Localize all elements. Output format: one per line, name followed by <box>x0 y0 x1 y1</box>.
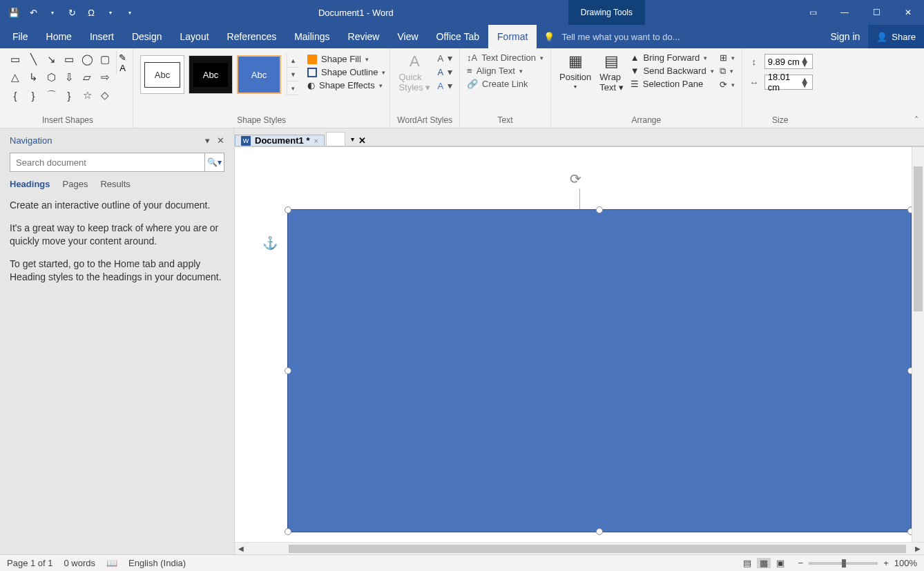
shape-brace-right-icon[interactable]: } <box>25 87 41 104</box>
group-button[interactable]: ⧉ <box>720 66 735 77</box>
bring-forward-button[interactable]: ▲Bring Forward <box>631 52 714 63</box>
spellcheck-icon[interactable]: 📖 <box>106 558 117 568</box>
ribbon-display-icon[interactable]: ▭ <box>797 0 829 25</box>
shape-block-icon[interactable]: ▱ <box>79 69 95 86</box>
nav-close-icon[interactable]: ✕ <box>217 135 224 146</box>
tab-mailings[interactable]: Mailings <box>285 25 338 48</box>
style-thumb-white[interactable]: Abc <box>140 55 184 94</box>
vertical-scrollbar[interactable] <box>912 147 924 542</box>
text-effects-button[interactable]: A▾ <box>437 80 452 91</box>
document-tab[interactable]: W Document1 * × <box>235 135 325 146</box>
shape-downarrow-icon[interactable]: ⇩ <box>61 69 77 86</box>
maximize-icon[interactable]: ☐ <box>860 0 892 25</box>
width-input[interactable]: 18.01 cm▲▼ <box>764 75 813 90</box>
tab-references[interactable]: References <box>218 25 286 48</box>
page-viewport[interactable]: ⟳ ⚓ <box>235 146 924 542</box>
resize-handle-nw[interactable] <box>285 206 291 213</box>
height-input[interactable]: 9.89 cm▲▼ <box>764 54 813 69</box>
shape-roundrect-icon[interactable]: ▢ <box>97 51 113 68</box>
wrap-text-button[interactable]: ▤WrapText ▾ <box>595 51 627 94</box>
status-words[interactable]: 0 words <box>64 558 96 568</box>
text-fill-button[interactable]: A▾ <box>437 52 452 64</box>
gallery-scroll[interactable]: ▲▼▾ <box>287 54 299 95</box>
shape-brace2-icon[interactable]: } <box>61 87 77 104</box>
shape-line-icon[interactable]: ╲ <box>25 51 41 68</box>
resize-handle-w[interactable] <box>285 367 291 374</box>
shape-arrow-icon[interactable]: ↘ <box>43 51 59 68</box>
print-layout-icon[interactable]: ▦ <box>757 558 771 568</box>
nav-dropdown-icon[interactable]: ▾ <box>205 135 210 146</box>
shape-star-icon[interactable]: ☆ <box>79 87 95 104</box>
tab-home[interactable]: Home <box>37 25 81 48</box>
shape-arc-icon[interactable]: ⌒ <box>43 87 59 104</box>
tab-view[interactable]: View <box>388 25 427 48</box>
shape-elbow-icon[interactable]: ↳ <box>25 69 41 86</box>
shape-triangle-icon[interactable]: △ <box>7 69 23 86</box>
tab-file[interactable]: File <box>0 25 37 48</box>
redo-icon[interactable]: ↻ <box>64 4 80 21</box>
undo-dropdown-icon[interactable]: ▾ <box>44 4 61 21</box>
shape-gallery-more[interactable]: ✎ A <box>116 51 128 75</box>
text-direction-button[interactable]: ↕AText Direction <box>467 52 543 63</box>
qat-customize-icon[interactable]: ▾ <box>122 4 138 21</box>
align-button[interactable]: ⊞ <box>720 52 735 63</box>
zoom-in-icon[interactable]: + <box>883 558 889 568</box>
edit-shape-icon[interactable]: ✎ <box>119 52 126 63</box>
omega-icon[interactable]: Ω <box>83 4 99 21</box>
shape-fill-button[interactable]: Shape Fill <box>307 54 385 64</box>
zoom-out-icon[interactable]: − <box>798 558 804 568</box>
selection-pane-button[interactable]: ☰Selection Pane <box>631 79 714 89</box>
status-language[interactable]: English (India) <box>128 558 186 568</box>
rotate-button[interactable]: ⟳ <box>720 79 735 90</box>
resize-handle-sw[interactable] <box>285 528 291 535</box>
create-link-button[interactable]: 🔗Create Link <box>467 79 543 89</box>
zoom-slider[interactable] <box>809 562 878 565</box>
rotate-handle-icon[interactable]: ⟳ <box>570 171 589 190</box>
nav-tab-results[interactable]: Results <box>100 179 130 189</box>
new-tab-button[interactable] <box>326 132 345 146</box>
align-text-button[interactable]: ≡Align Text <box>467 66 543 76</box>
vscroll-thumb[interactable] <box>914 166 923 311</box>
shape-effects-button[interactable]: ◐Shape Effects <box>307 80 385 90</box>
collapse-ribbon-icon[interactable]: ˄ <box>914 115 918 125</box>
hscroll-thumb[interactable] <box>289 545 906 553</box>
undo-icon[interactable]: ↶ <box>25 4 41 21</box>
web-layout-icon[interactable]: ▣ <box>773 558 787 568</box>
share-button[interactable]: 👤Share <box>868 25 924 48</box>
search-input[interactable] <box>10 153 204 171</box>
style-thumb-blue[interactable]: Abc <box>237 55 281 94</box>
text-outline-button[interactable]: A▾ <box>437 66 452 77</box>
read-mode-icon[interactable]: ▤ <box>740 558 754 568</box>
shape-brace-left-icon[interactable]: { <box>7 87 23 104</box>
doc-tab-close-icon[interactable]: × <box>314 137 318 145</box>
minimize-icon[interactable]: — <box>829 0 860 25</box>
style-thumb-black[interactable]: Abc <box>189 55 233 94</box>
tab-insert[interactable]: Insert <box>81 25 123 48</box>
shape-rightarrow-icon[interactable]: ⇨ <box>97 69 113 86</box>
shape-rect-icon[interactable]: ▭ <box>61 51 77 68</box>
tab-office-tab[interactable]: Office Tab <box>427 25 489 48</box>
tell-me-box[interactable]: 💡Tell me what you want to do... <box>537 25 822 48</box>
resize-handle-n[interactable] <box>596 206 603 213</box>
status-page[interactable]: Page 1 of 1 <box>7 558 53 568</box>
nav-tab-headings[interactable]: Headings <box>10 179 50 189</box>
position-button[interactable]: ▦Position▾ <box>555 51 595 91</box>
send-backward-button[interactable]: ▼Send Backward <box>631 66 714 76</box>
tab-design[interactable]: Design <box>123 25 171 48</box>
nav-tab-pages[interactable]: Pages <box>63 179 88 189</box>
shape-oval-icon[interactable]: ◯ <box>79 51 95 68</box>
close-icon[interactable]: ✕ <box>892 0 924 25</box>
textbox-insert-icon[interactable]: A <box>119 63 126 73</box>
shape-gallery[interactable]: ▭ ╲ ↘ ▭ ◯ ▢ △ ↳ ⬡ ⇩ ▱ ⇨ { } ⌒ } ☆ ◇ <box>7 51 113 104</box>
tab-layout[interactable]: Layout <box>171 25 218 48</box>
shape-outline-button[interactable]: Shape Outline <box>307 67 385 77</box>
selected-rectangle-shape[interactable] <box>287 209 912 532</box>
hscroll-left-icon[interactable]: ◀ <box>235 545 247 552</box>
quick-styles-button[interactable]: A QuickStyles ▾ <box>394 51 434 94</box>
tab-close-all-icon[interactable]: ✕ <box>358 135 366 146</box>
hscroll-right-icon[interactable]: ▶ <box>912 545 924 552</box>
shape-callout-icon[interactable]: ◇ <box>97 87 113 104</box>
horizontal-scrollbar[interactable]: ◀ ▶ <box>235 542 924 554</box>
tab-review[interactable]: Review <box>339 25 389 48</box>
zoom-level[interactable]: 100% <box>894 558 917 568</box>
